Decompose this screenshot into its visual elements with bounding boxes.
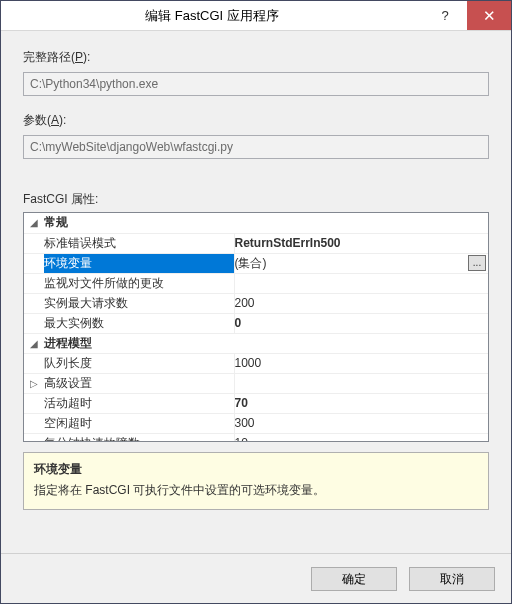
cancel-button[interactable]: 取消 <box>409 567 495 591</box>
prop-value[interactable] <box>234 373 488 393</box>
prop-name[interactable]: 监视对文件所做的更改 <box>44 273 234 293</box>
window-title: 编辑 FastCGI 应用程序 <box>1 1 423 30</box>
property-row: 活动超时70 <box>24 393 488 413</box>
prop-value[interactable]: 1000 <box>234 353 488 373</box>
property-row: 实例最大请求数200 <box>24 293 488 313</box>
prop-value[interactable]: ReturnStdErrIn500 <box>234 233 488 253</box>
prop-name[interactable]: 活动超时 <box>44 393 234 413</box>
help-button[interactable]: ? <box>423 1 467 30</box>
prop-name[interactable]: 实例最大请求数 <box>44 293 234 313</box>
dialog-window: 编辑 FastCGI 应用程序 ? ✕ 完整路径(P): 参数(A): Fast… <box>0 0 512 604</box>
button-bar: 确定 取消 <box>1 553 511 603</box>
property-row: 队列长度1000 <box>24 353 488 373</box>
prop-value[interactable]: (集合)... <box>234 253 488 273</box>
close-button[interactable]: ✕ <box>467 1 511 30</box>
prop-name[interactable]: 每分钟快速故障数 <box>44 433 234 442</box>
ellipsis-button[interactable]: ... <box>468 255 486 271</box>
property-row: 每分钟快速故障数10 <box>24 433 488 442</box>
ok-button[interactable]: 确定 <box>311 567 397 591</box>
description-title: 环境变量 <box>34 461 478 478</box>
arguments-input[interactable] <box>23 135 489 159</box>
property-row: 标准错误模式ReturnStdErrIn500 <box>24 233 488 253</box>
expand-icon[interactable]: ◢ <box>24 213 44 233</box>
prop-name[interactable]: 高级设置 <box>44 373 234 393</box>
property-grid[interactable]: ◢常规 标准错误模式ReturnStdErrIn500 环境变量(集合)... … <box>23 212 489 442</box>
titlebar: 编辑 FastCGI 应用程序 ? ✕ <box>1 1 511 31</box>
property-row: 最大实例数0 <box>24 313 488 333</box>
prop-value[interactable]: 300 <box>234 413 488 433</box>
content-area: 完整路径(P): 参数(A): FastCGI 属性: ◢常规 标准错误模式Re… <box>1 31 511 553</box>
prop-name[interactable]: 环境变量 <box>44 253 234 273</box>
category-row: ◢进程模型 <box>24 333 488 353</box>
prop-value[interactable]: 0 <box>234 313 488 333</box>
full-path-input[interactable] <box>23 72 489 96</box>
prop-value[interactable]: 70 <box>234 393 488 413</box>
property-row: ▷高级设置 <box>24 373 488 393</box>
fastcgi-properties-label: FastCGI 属性: <box>23 191 489 208</box>
prop-name[interactable]: 标准错误模式 <box>44 233 234 253</box>
description-text: 指定将在 FastCGI 可执行文件中设置的可选环境变量。 <box>34 482 478 499</box>
prop-value[interactable] <box>234 273 488 293</box>
category-row: ◢常规 <box>24 213 488 233</box>
property-row: 监视对文件所做的更改 <box>24 273 488 293</box>
prop-value[interactable]: 10 <box>234 433 488 442</box>
arguments-label: 参数(A): <box>23 112 489 129</box>
prop-name[interactable]: 空闲超时 <box>44 413 234 433</box>
prop-name[interactable]: 最大实例数 <box>44 313 234 333</box>
property-row: 空闲超时300 <box>24 413 488 433</box>
expand-icon[interactable]: ◢ <box>24 333 44 353</box>
description-panel: 环境变量 指定将在 FastCGI 可执行文件中设置的可选环境变量。 <box>23 452 489 510</box>
prop-value[interactable]: 200 <box>234 293 488 313</box>
full-path-label: 完整路径(P): <box>23 49 489 66</box>
category-label: 常规 <box>44 213 488 233</box>
property-row-selected: 环境变量(集合)... <box>24 253 488 273</box>
category-label: 进程模型 <box>44 333 488 353</box>
prop-name[interactable]: 队列长度 <box>44 353 234 373</box>
expand-icon[interactable]: ▷ <box>24 373 44 393</box>
